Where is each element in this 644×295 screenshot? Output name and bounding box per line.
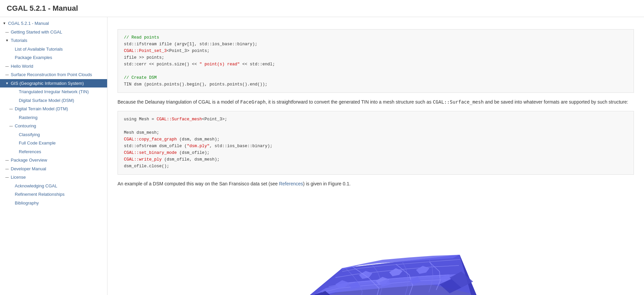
- sidebar-item-bibliography[interactable]: Bibliography: [0, 199, 107, 208]
- code-line: using Mesh = CGAL::Surface_mesh<Point_3>…: [124, 117, 227, 122]
- prose-1: Because the Delaunay triangulation of CG…: [118, 98, 634, 106]
- sidebar-link[interactable]: Getting Started with CGAL: [11, 29, 62, 36]
- code-line: std::cerr << points.size() << " point(s)…: [124, 62, 275, 67]
- sidebar-item-dtm[interactable]: — Digital Terrain Model (DTM): [0, 105, 107, 113]
- sidebar-item-references[interactable]: References: [0, 148, 107, 156]
- sidebar-item-hello-world[interactable]: — Hello World: [0, 62, 107, 71]
- sidebar-link[interactable]: Refinement Relationships: [15, 191, 64, 198]
- code-line: TIN dsm (points.points().begin(), points…: [124, 82, 268, 87]
- figure-container: [118, 194, 634, 295]
- code-inline-facegraph: FaceGraph: [240, 99, 266, 105]
- main-content: // Read points std::ifstream ifile (argv…: [107, 17, 644, 295]
- code-comment: // Create DSM: [124, 75, 157, 80]
- code-comment: // Read points: [124, 35, 159, 40]
- sidebar-item-refinement[interactable]: Refinement Relationships: [0, 190, 107, 199]
- sidebar-link[interactable]: Package Overview: [11, 157, 47, 164]
- toggle-icon: —: [9, 123, 13, 128]
- sidebar-label: GIS (Geographic Information System): [11, 80, 84, 87]
- code-inline-surface-mesh: CGAL::Surface_mesh: [433, 99, 484, 105]
- toggle-icon: ▼: [3, 21, 7, 26]
- code-line: ifile >> points;: [124, 55, 164, 60]
- toggle-icon: ▼: [5, 38, 9, 43]
- sidebar-link[interactable]: Surface Reconstruction from Point Clouds: [11, 71, 92, 78]
- code-line: std::ifstream ifile (argv[1], std::ios_b…: [124, 42, 258, 47]
- sidebar-link[interactable]: Developer Manual: [11, 166, 46, 172]
- code-line: CGAL::write_ply (dsm_ofile, dsm_mesh);: [124, 157, 220, 162]
- sidebar-link[interactable]: Triangulated Irregular Network (TIN): [19, 88, 89, 95]
- sidebar-link[interactable]: Hello World: [11, 63, 33, 70]
- code-line: CGAL::Point_set_3<Point_3> points;: [124, 49, 210, 53]
- sidebar-link[interactable]: License: [11, 174, 26, 181]
- toggle-icon: —: [5, 72, 9, 77]
- sidebar: ▼ CGAL 5.2.1 - Manual — Getting Started …: [0, 17, 107, 295]
- sidebar-link[interactable]: Package Examples: [15, 54, 52, 61]
- toggle-icon: —: [5, 158, 9, 163]
- page-title: CGAL 5.2.1 - Manual: [0, 0, 644, 17]
- code-line: std::ofstream dsm_ofile ("dsm.ply", std:…: [124, 144, 273, 149]
- toggle-icon: —: [5, 166, 9, 171]
- toggle-icon: —: [5, 64, 9, 69]
- sidebar-item-license[interactable]: — License: [0, 173, 107, 182]
- prose-2: An example of a DSM computed this way on…: [118, 180, 634, 187]
- dsm-figure: [272, 194, 480, 295]
- sidebar-link[interactable]: Classifying: [19, 131, 40, 138]
- sidebar-link[interactable]: List of Available Tutorials: [15, 46, 63, 53]
- sidebar-link[interactable]: Digital Terrain Model (DTM): [15, 106, 68, 112]
- sidebar-link[interactable]: Contouring: [15, 123, 36, 129]
- sidebar-item-tin[interactable]: Triangulated Irregular Network (TIN): [0, 87, 107, 96]
- sidebar-item-list-tutorials[interactable]: List of Available Tutorials: [0, 45, 107, 54]
- toggle-icon: —: [5, 30, 9, 35]
- toggle-icon: —: [9, 106, 13, 111]
- sidebar-link[interactable]: Acknowledging CGAL: [15, 183, 57, 189]
- sidebar-item-package-examples[interactable]: Package Examples: [0, 53, 107, 62]
- code-block-2: using Mesh = CGAL::Surface_mesh<Point_3>…: [118, 111, 634, 175]
- code-line: Mesh dsm_mesh;: [124, 130, 159, 135]
- sidebar-item-getting-started[interactable]: — Getting Started with CGAL: [0, 28, 107, 37]
- sidebar-item-full-code[interactable]: Full Code Example: [0, 139, 107, 148]
- sidebar-item-developer-manual[interactable]: — Developer Manual: [0, 165, 107, 173]
- sidebar-link[interactable]: References: [19, 149, 41, 155]
- sidebar-link[interactable]: Full Code Example: [19, 140, 56, 146]
- code-line: dsm_ofile.close();: [124, 164, 169, 169]
- code-block-1: // Read points std::ifstream ifile (argv…: [118, 29, 634, 93]
- sidebar-item-gis[interactable]: ▼ GIS (Geographic Information System): [0, 79, 107, 88]
- sidebar-item-surface-reconstruction[interactable]: — Surface Reconstruction from Point Clou…: [0, 70, 107, 79]
- dsm-svg: [272, 194, 480, 295]
- sidebar-item-dsm[interactable]: Digital Surface Model (DSM): [0, 96, 107, 105]
- toggle-icon: —: [5, 175, 9, 180]
- sidebar-link[interactable]: Digital Surface Model (DSM): [19, 97, 74, 104]
- sidebar-item-classifying[interactable]: Classifying: [0, 130, 107, 139]
- sidebar-link[interactable]: Rastering: [19, 114, 38, 121]
- sidebar-item-acknowledging[interactable]: Acknowledging CGAL: [0, 182, 107, 190]
- sidebar-item-rastering[interactable]: Rastering: [0, 113, 107, 122]
- references-link[interactable]: References: [279, 181, 303, 186]
- sidebar-item-tutorials[interactable]: ▼ Tutorials: [0, 36, 107, 45]
- code-line: CGAL::copy_face_graph (dsm, dsm_mesh);: [124, 137, 220, 142]
- toggle-icon: ▼: [5, 81, 9, 86]
- sidebar-link[interactable]: Bibliography: [15, 200, 39, 206]
- code-line: CGAL::set_binary_mode (dsm_ofile);: [124, 151, 210, 155]
- sidebar-item-contouring[interactable]: — Contouring: [0, 122, 107, 130]
- sidebar-item-cgal-root[interactable]: ▼ CGAL 5.2.1 - Manual: [0, 19, 107, 28]
- sidebar-item-package-overview[interactable]: — Package Overview: [0, 156, 107, 165]
- sidebar-link[interactable]: Tutorials: [11, 37, 27, 44]
- sidebar-link[interactable]: CGAL 5.2.1 - Manual: [8, 20, 49, 27]
